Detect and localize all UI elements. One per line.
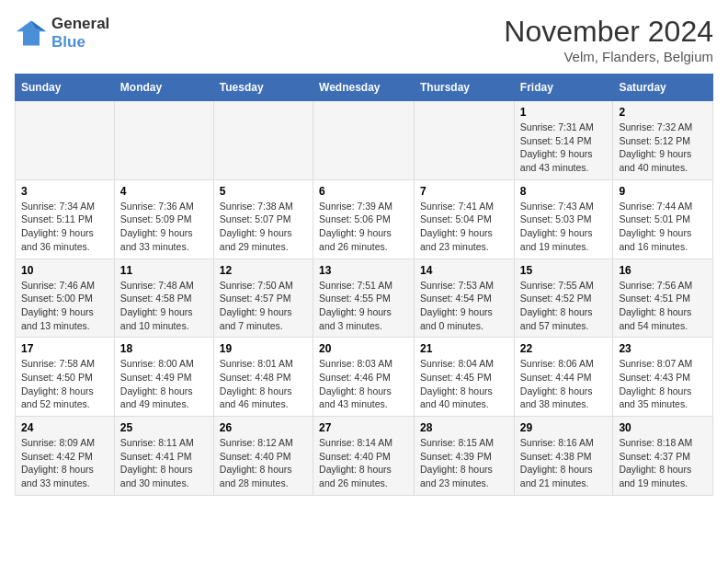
calendar-cell: 25Sunrise: 8:11 AM Sunset: 4:41 PM Dayli… <box>114 417 213 496</box>
logo-text: General Blue <box>51 15 109 52</box>
day-number: 18 <box>120 342 208 355</box>
day-number: 22 <box>520 342 608 355</box>
day-info: Sunrise: 7:36 AM Sunset: 5:09 PM Dayligh… <box>120 200 208 254</box>
day-info: Sunrise: 7:53 AM Sunset: 4:54 PM Dayligh… <box>420 279 508 333</box>
day-number: 1 <box>520 106 608 119</box>
calendar-cell: 5Sunrise: 7:38 AM Sunset: 5:07 PM Daylig… <box>213 179 313 259</box>
day-number: 23 <box>619 342 707 355</box>
day-number: 8 <box>520 185 608 198</box>
location: Velm, Flanders, Belgium <box>504 49 713 64</box>
calendar-cell: 12Sunrise: 7:50 AM Sunset: 4:57 PM Dayli… <box>213 259 313 338</box>
day-info: Sunrise: 7:34 AM Sunset: 5:11 PM Dayligh… <box>21 200 108 254</box>
day-info: Sunrise: 7:38 AM Sunset: 5:07 PM Dayligh… <box>220 200 307 254</box>
day-info: Sunrise: 8:15 AM Sunset: 4:39 PM Dayligh… <box>420 436 508 490</box>
weekday-header: Friday <box>514 75 613 101</box>
day-number: 5 <box>220 185 307 198</box>
day-number: 10 <box>21 264 108 277</box>
day-info: Sunrise: 8:01 AM Sunset: 4:48 PM Dayligh… <box>220 357 307 411</box>
calendar-cell: 23Sunrise: 8:07 AM Sunset: 4:43 PM Dayli… <box>613 338 713 417</box>
day-number: 3 <box>21 185 108 198</box>
day-number: 4 <box>120 185 208 198</box>
calendar-cell: 13Sunrise: 7:51 AM Sunset: 4:55 PM Dayli… <box>313 259 415 338</box>
weekday-header: Monday <box>114 75 213 101</box>
calendar-cell: 27Sunrise: 8:14 AM Sunset: 4:40 PM Dayli… <box>313 417 415 496</box>
day-info: Sunrise: 7:48 AM Sunset: 4:58 PM Dayligh… <box>120 279 208 333</box>
logo: General Blue <box>15 15 109 52</box>
calendar-cell <box>114 101 213 180</box>
day-number: 11 <box>120 264 208 277</box>
day-info: Sunrise: 8:00 AM Sunset: 4:49 PM Dayligh… <box>120 357 208 411</box>
logo-icon <box>15 17 48 50</box>
day-number: 29 <box>520 421 608 434</box>
calendar-cell: 21Sunrise: 8:04 AM Sunset: 4:45 PM Dayli… <box>415 338 515 417</box>
day-number: 17 <box>21 342 108 355</box>
calendar-row: 3Sunrise: 7:34 AM Sunset: 5:11 PM Daylig… <box>16 179 713 259</box>
calendar-cell: 17Sunrise: 7:58 AM Sunset: 4:50 PM Dayli… <box>16 338 115 417</box>
calendar-cell: 28Sunrise: 8:15 AM Sunset: 4:39 PM Dayli… <box>415 417 515 496</box>
day-number: 30 <box>619 421 707 434</box>
calendar-cell: 7Sunrise: 7:41 AM Sunset: 5:04 PM Daylig… <box>415 179 515 259</box>
calendar-row: 10Sunrise: 7:46 AM Sunset: 5:00 PM Dayli… <box>16 259 713 338</box>
day-number: 20 <box>319 342 408 355</box>
calendar-cell: 3Sunrise: 7:34 AM Sunset: 5:11 PM Daylig… <box>16 179 115 259</box>
svg-marker-0 <box>17 21 46 46</box>
day-info: Sunrise: 8:12 AM Sunset: 4:40 PM Dayligh… <box>220 436 307 490</box>
calendar-cell <box>16 101 115 180</box>
day-number: 6 <box>319 185 408 198</box>
day-number: 7 <box>420 185 508 198</box>
page-header: General Blue November 2024 Velm, Flander… <box>15 15 713 64</box>
day-info: Sunrise: 7:50 AM Sunset: 4:57 PM Dayligh… <box>220 279 307 333</box>
day-info: Sunrise: 7:43 AM Sunset: 5:03 PM Dayligh… <box>520 200 608 254</box>
calendar-cell: 14Sunrise: 7:53 AM Sunset: 4:54 PM Dayli… <box>415 259 515 338</box>
day-number: 26 <box>220 421 307 434</box>
weekday-header-row: SundayMondayTuesdayWednesdayThursdayFrid… <box>16 75 713 101</box>
day-info: Sunrise: 7:56 AM Sunset: 4:51 PM Dayligh… <box>619 279 707 333</box>
calendar-cell: 22Sunrise: 8:06 AM Sunset: 4:44 PM Dayli… <box>514 338 613 417</box>
calendar-cell: 29Sunrise: 8:16 AM Sunset: 4:38 PM Dayli… <box>514 417 613 496</box>
day-info: Sunrise: 7:55 AM Sunset: 4:52 PM Dayligh… <box>520 279 608 333</box>
calendar-cell: 20Sunrise: 8:03 AM Sunset: 4:46 PM Dayli… <box>313 338 415 417</box>
calendar-row: 24Sunrise: 8:09 AM Sunset: 4:42 PM Dayli… <box>16 417 713 496</box>
day-info: Sunrise: 8:07 AM Sunset: 4:43 PM Dayligh… <box>619 357 707 411</box>
calendar-cell: 6Sunrise: 7:39 AM Sunset: 5:06 PM Daylig… <box>313 179 415 259</box>
day-info: Sunrise: 8:09 AM Sunset: 4:42 PM Dayligh… <box>21 436 108 490</box>
weekday-header: Wednesday <box>313 75 415 101</box>
calendar-row: 1Sunrise: 7:31 AM Sunset: 5:14 PM Daylig… <box>16 101 713 180</box>
weekday-header: Thursday <box>415 75 515 101</box>
day-info: Sunrise: 7:31 AM Sunset: 5:14 PM Dayligh… <box>520 121 608 175</box>
calendar-cell: 8Sunrise: 7:43 AM Sunset: 5:03 PM Daylig… <box>514 179 613 259</box>
calendar-cell: 1Sunrise: 7:31 AM Sunset: 5:14 PM Daylig… <box>514 101 613 180</box>
calendar-cell: 11Sunrise: 7:48 AM Sunset: 4:58 PM Dayli… <box>114 259 213 338</box>
calendar-cell: 26Sunrise: 8:12 AM Sunset: 4:40 PM Dayli… <box>213 417 313 496</box>
day-number: 25 <box>120 421 208 434</box>
calendar-cell: 16Sunrise: 7:56 AM Sunset: 4:51 PM Dayli… <box>613 259 713 338</box>
calendar-cell: 24Sunrise: 8:09 AM Sunset: 4:42 PM Dayli… <box>16 417 115 496</box>
day-info: Sunrise: 7:58 AM Sunset: 4:50 PM Dayligh… <box>21 357 108 411</box>
day-number: 12 <box>220 264 307 277</box>
day-number: 21 <box>420 342 508 355</box>
day-info: Sunrise: 7:51 AM Sunset: 4:55 PM Dayligh… <box>319 279 408 333</box>
calendar-cell: 2Sunrise: 7:32 AM Sunset: 5:12 PM Daylig… <box>613 101 713 180</box>
day-info: Sunrise: 8:14 AM Sunset: 4:40 PM Dayligh… <box>319 436 408 490</box>
day-number: 2 <box>619 106 707 119</box>
day-number: 24 <box>21 421 108 434</box>
day-info: Sunrise: 8:16 AM Sunset: 4:38 PM Dayligh… <box>520 436 608 490</box>
day-info: Sunrise: 8:11 AM Sunset: 4:41 PM Dayligh… <box>120 436 208 490</box>
day-number: 19 <box>220 342 307 355</box>
day-info: Sunrise: 8:06 AM Sunset: 4:44 PM Dayligh… <box>520 357 608 411</box>
calendar-cell <box>415 101 515 180</box>
day-number: 27 <box>319 421 408 434</box>
calendar-cell: 4Sunrise: 7:36 AM Sunset: 5:09 PM Daylig… <box>114 179 213 259</box>
calendar-cell: 30Sunrise: 8:18 AM Sunset: 4:37 PM Dayli… <box>613 417 713 496</box>
calendar-cell: 18Sunrise: 8:00 AM Sunset: 4:49 PM Dayli… <box>114 338 213 417</box>
day-number: 16 <box>619 264 707 277</box>
day-info: Sunrise: 7:39 AM Sunset: 5:06 PM Dayligh… <box>319 200 408 254</box>
calendar-cell: 19Sunrise: 8:01 AM Sunset: 4:48 PM Dayli… <box>213 338 313 417</box>
calendar-cell: 15Sunrise: 7:55 AM Sunset: 4:52 PM Dayli… <box>514 259 613 338</box>
day-number: 13 <box>319 264 408 277</box>
day-info: Sunrise: 8:18 AM Sunset: 4:37 PM Dayligh… <box>619 436 707 490</box>
calendar-cell: 9Sunrise: 7:44 AM Sunset: 5:01 PM Daylig… <box>613 179 713 259</box>
month-title: November 2024 <box>504 15 713 49</box>
calendar-cell <box>313 101 415 180</box>
calendar-cell: 10Sunrise: 7:46 AM Sunset: 5:00 PM Dayli… <box>16 259 115 338</box>
